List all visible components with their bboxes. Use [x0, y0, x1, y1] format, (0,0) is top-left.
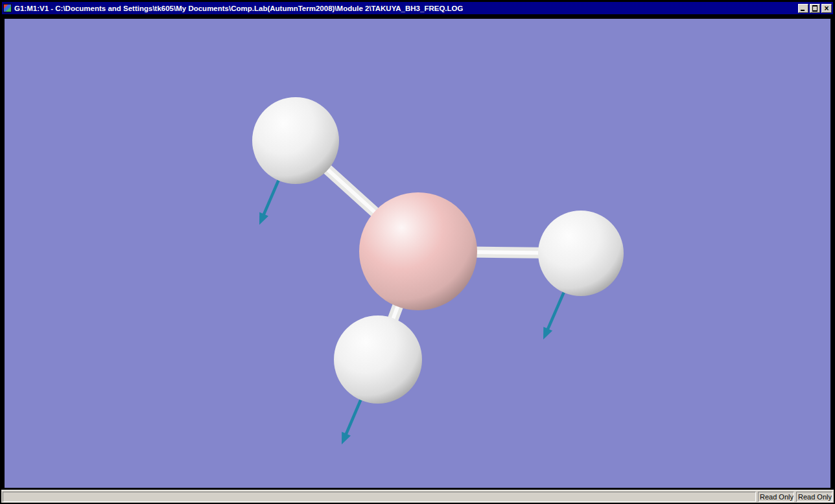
atom-H[interactable] — [252, 97, 339, 184]
status-message-panel — [3, 492, 756, 502]
close-icon: × — [822, 5, 831, 12]
molecule-viewport[interactable] — [5, 19, 830, 488]
vibration-vector-arrowhead — [259, 212, 268, 225]
app-icon — [3, 4, 12, 12]
molecule-canvas[interactable] — [5, 19, 830, 488]
close-button[interactable]: × — [821, 4, 832, 13]
vibration-vector-arrowhead — [342, 432, 351, 444]
read-only-badge-2: Read Only — [796, 492, 832, 502]
restore-icon — [812, 6, 817, 11]
atom-H[interactable] — [334, 315, 422, 404]
atom-H[interactable] — [538, 211, 624, 296]
restore-button[interactable] — [810, 4, 820, 13]
atom-B[interactable] — [359, 192, 477, 310]
window-controls: × — [798, 4, 832, 13]
minimize-button[interactable] — [798, 4, 808, 13]
window-title: G1:M1:V1 - C:\Documents and Settings\tk6… — [14, 5, 463, 12]
status-bar: Read Only Read Only — [1, 490, 834, 503]
title-bar: G1:M1:V1 - C:\Documents and Settings\tk6… — [2, 2, 833, 14]
read-only-badge-1: Read Only — [758, 492, 794, 502]
minimize-icon — [801, 10, 805, 11]
